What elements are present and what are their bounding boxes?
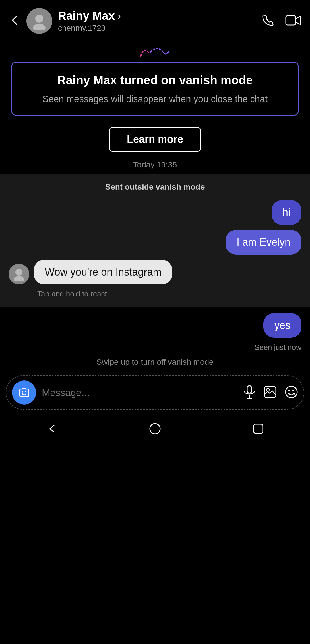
learn-more-button[interactable]: Learn more — [109, 127, 201, 152]
sticker-button[interactable] — [285, 385, 298, 400]
back-button[interactable] — [9, 14, 21, 28]
svg-point-0 — [35, 15, 43, 23]
receiver-avatar — [9, 264, 29, 284]
message-bubble[interactable]: I am Evelyn — [226, 230, 301, 255]
message-input-bar — [6, 375, 304, 410]
svg-point-14 — [150, 424, 160, 434]
sent-outside-label: Sent outside vanish mode — [0, 182, 310, 197]
timestamp: Today 19:35 — [0, 160, 310, 169]
header: Rainy Max › chenmy.1723 — [0, 0, 310, 39]
vanish-messages-section: yes Seen just now Swipe up to turn off v… — [0, 307, 310, 375]
message-bubble[interactable]: Wow you're on Instagram — [34, 260, 172, 284]
nav-bar — [0, 415, 310, 441]
chevron-icon: › — [118, 10, 121, 22]
camera-button[interactable] — [12, 380, 36, 405]
message-row: Wow you're on Instagram — [9, 260, 301, 284]
message-row: yes — [9, 313, 301, 338]
user-name-row: Rainy Max › — [58, 9, 261, 22]
user-name-text: Rainy Max — [58, 9, 115, 22]
mic-button[interactable] — [243, 385, 255, 400]
vanish-notification-box: Rainy Max turned on vanish mode Seen mes… — [11, 62, 299, 116]
call-button[interactable] — [261, 13, 275, 29]
nav-back-button[interactable] — [45, 422, 58, 436]
svg-point-4 — [14, 276, 24, 281]
vanish-subtitle: Seen messages will disappear when you cl… — [24, 93, 286, 106]
svg-point-1 — [33, 24, 46, 30]
avatar-icon — [31, 12, 48, 30]
user-handle: chenmy.1723 — [58, 24, 261, 33]
nav-recents-button[interactable] — [252, 422, 265, 436]
svg-rect-2 — [286, 16, 296, 25]
swipe-up-label: Swipe up to turn off vanish mode — [9, 358, 301, 367]
svg-point-13 — [292, 390, 294, 391]
svg-point-3 — [16, 269, 22, 276]
learn-more-wrap: Learn more — [0, 127, 310, 152]
svg-point-11 — [286, 386, 297, 398]
vanish-decoration — [0, 42, 310, 59]
svg-point-12 — [288, 390, 290, 391]
messages-area: hi I am Evelyn Wow you're on Instagram T… — [0, 197, 310, 307]
video-button[interactable] — [285, 14, 301, 28]
vanish-title: Rainy Max turned on vanish mode — [24, 73, 286, 87]
message-row: hi — [9, 200, 301, 225]
svg-point-5 — [22, 391, 26, 395]
tap-hold-label: Tap and hold to react — [37, 290, 301, 298]
message-bubble[interactable]: yes — [264, 313, 301, 338]
user-info[interactable]: Rainy Max › chenmy.1723 — [58, 9, 261, 33]
svg-rect-6 — [247, 386, 252, 393]
header-actions — [261, 13, 301, 29]
svg-rect-15 — [254, 424, 263, 433]
svg-rect-9 — [264, 386, 276, 398]
outside-vanish-section: Sent outside vanish mode — [0, 174, 310, 197]
message-row: I am Evelyn — [9, 230, 301, 255]
message-bubble[interactable]: hi — [272, 200, 301, 225]
input-actions — [243, 385, 298, 400]
svg-point-10 — [266, 388, 269, 391]
image-button[interactable] — [264, 385, 277, 400]
avatar[interactable] — [26, 8, 52, 34]
seen-label: Seen just now — [9, 343, 301, 352]
message-input[interactable] — [42, 387, 243, 398]
nav-home-button[interactable] — [149, 422, 161, 436]
